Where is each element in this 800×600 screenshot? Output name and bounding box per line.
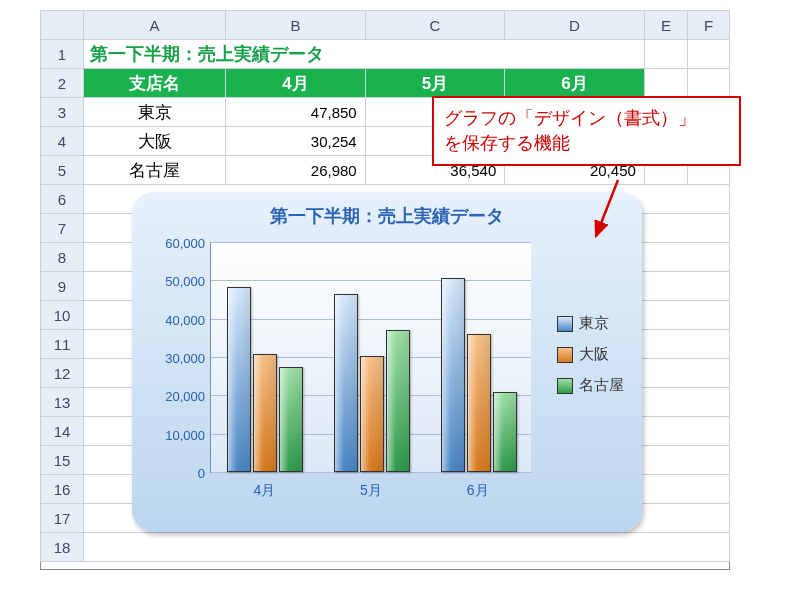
y-tick-label: 30,000 xyxy=(165,351,211,366)
chart-legend: 東京大阪名古屋 xyxy=(557,302,624,407)
row-header-10[interactable]: 10 xyxy=(41,301,84,330)
row-header-15[interactable]: 15 xyxy=(41,446,84,475)
col-header-C[interactable]: C xyxy=(365,11,505,40)
gridline: 60,000 xyxy=(211,242,531,243)
col-header-D[interactable]: D xyxy=(505,11,645,40)
cell[interactable] xyxy=(688,40,730,69)
row-header-3[interactable]: 3 xyxy=(41,98,84,127)
row-header-12[interactable]: 12 xyxy=(41,359,84,388)
callout-line1: グラフの「デザイン（書式）」 xyxy=(444,108,696,128)
gridline: 40,000 xyxy=(211,319,531,320)
cell[interactable] xyxy=(644,69,688,98)
callout-line2: を保存する機能 xyxy=(444,133,570,153)
col-header-B[interactable]: B xyxy=(226,11,366,40)
row-header-11[interactable]: 11 xyxy=(41,330,84,359)
legend-label: 東京 xyxy=(579,314,609,333)
cell-header-branch[interactable]: 支店名 xyxy=(84,69,226,98)
bar-東京-5月 xyxy=(334,294,358,472)
legend-item: 東京 xyxy=(557,314,624,333)
bar-大阪-4月 xyxy=(253,354,277,472)
svg-line-0 xyxy=(596,180,618,236)
y-tick-label: 0 xyxy=(198,466,211,481)
cell-header-apr[interactable]: 4月 xyxy=(226,69,366,98)
cell-val[interactable]: 26,980 xyxy=(226,156,366,185)
y-tick-label: 60,000 xyxy=(165,236,211,251)
bar-名古屋-6月 xyxy=(493,392,517,472)
x-tick-label: 4月 xyxy=(253,472,275,500)
row-header-17[interactable]: 17 xyxy=(41,504,84,533)
cell[interactable] xyxy=(644,40,688,69)
cell-val[interactable]: 30,254 xyxy=(226,127,366,156)
bar-大阪-5月 xyxy=(360,356,384,472)
bar-東京-4月 xyxy=(227,287,251,472)
y-tick-label: 10,000 xyxy=(165,427,211,442)
cell-name-2[interactable]: 名古屋 xyxy=(84,156,226,185)
legend-item: 大阪 xyxy=(557,345,624,364)
row-header-2[interactable]: 2 xyxy=(41,69,84,98)
cell-header-may[interactable]: 5月 xyxy=(365,69,505,98)
gridline: 50,000 xyxy=(211,280,531,281)
row-header-5[interactable]: 5 xyxy=(41,156,84,185)
row-header-18[interactable]: 18 xyxy=(41,533,84,562)
plot-area: 010,00020,00030,00040,00050,00060,0004月5… xyxy=(210,242,531,473)
col-header-E[interactable]: E xyxy=(644,11,688,40)
row-header-9[interactable]: 9 xyxy=(41,272,84,301)
bar-東京-6月 xyxy=(441,278,465,472)
y-tick-label: 20,000 xyxy=(165,389,211,404)
row-header-6[interactable]: 6 xyxy=(41,185,84,214)
x-tick-label: 6月 xyxy=(467,472,489,500)
bar-名古屋-5月 xyxy=(386,330,410,472)
x-tick-label: 5月 xyxy=(360,472,382,500)
row-header-14[interactable]: 14 xyxy=(41,417,84,446)
legend-swatch-icon xyxy=(557,347,573,363)
legend-label: 大阪 xyxy=(579,345,609,364)
y-tick-label: 50,000 xyxy=(165,274,211,289)
legend-label: 名古屋 xyxy=(579,376,624,395)
embedded-chart[interactable]: 第一下半期：売上実績データ 010,00020,00030,00040,0005… xyxy=(132,192,642,532)
chart-title: 第一下半期：売上実績データ xyxy=(132,204,642,228)
legend-item: 名古屋 xyxy=(557,376,624,395)
cell-name-0[interactable]: 東京 xyxy=(84,98,226,127)
row-header-8[interactable]: 8 xyxy=(41,243,84,272)
annotation-callout: グラフの「デザイン（書式）」 を保存する機能 xyxy=(432,96,741,166)
select-all-corner[interactable] xyxy=(41,11,84,40)
cell-title[interactable]: 第一下半期：売上実績データ xyxy=(84,40,645,69)
cell[interactable] xyxy=(688,69,730,98)
row-header-1[interactable]: 1 xyxy=(41,40,84,69)
legend-swatch-icon xyxy=(557,316,573,332)
row-header-16[interactable]: 16 xyxy=(41,475,84,504)
bar-名古屋-4月 xyxy=(279,367,303,472)
bar-大阪-6月 xyxy=(467,334,491,472)
cell-val[interactable]: 47,850 xyxy=(226,98,366,127)
cell-name-1[interactable]: 大阪 xyxy=(84,127,226,156)
col-header-F[interactable]: F xyxy=(688,11,730,40)
callout-arrow-icon xyxy=(588,176,628,246)
row-header-4[interactable]: 4 xyxy=(41,127,84,156)
cell[interactable] xyxy=(84,533,730,562)
legend-swatch-icon xyxy=(557,378,573,394)
row-header-13[interactable]: 13 xyxy=(41,388,84,417)
cell-header-jun[interactable]: 6月 xyxy=(505,69,645,98)
col-header-A[interactable]: A xyxy=(84,11,226,40)
y-tick-label: 40,000 xyxy=(165,312,211,327)
row-header-7[interactable]: 7 xyxy=(41,214,84,243)
